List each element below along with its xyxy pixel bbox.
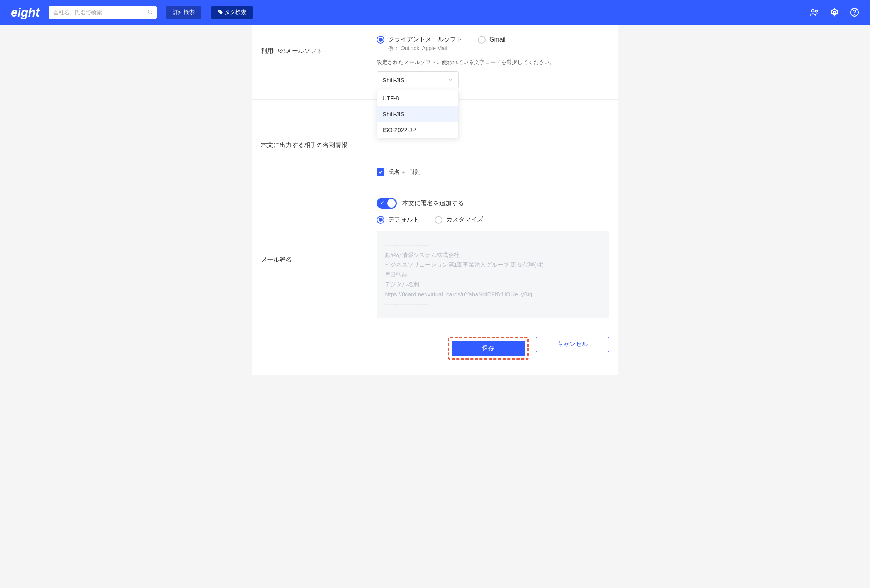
search-box[interactable] bbox=[49, 6, 157, 19]
save-button[interactable]: 保存 bbox=[452, 341, 525, 356]
encoding-option-utf8[interactable]: UTF-8 bbox=[377, 90, 458, 106]
svg-point-5 bbox=[833, 11, 836, 14]
logo: eight bbox=[11, 5, 39, 20]
radio-client-mail[interactable]: クライアントメールソフト bbox=[377, 35, 462, 44]
signature-preview: ----------------------- あやめ情報システム株式会社 ビジ… bbox=[377, 231, 609, 318]
header-icons bbox=[809, 7, 859, 17]
radio-gmail-label: Gmail bbox=[489, 36, 506, 43]
signature-label: メール署名 bbox=[261, 198, 377, 318]
header-bar: eight 詳細検索 タグ検索 bbox=[0, 0, 870, 25]
radio-gmail[interactable]: Gmail bbox=[478, 36, 506, 44]
encoding-option-shiftjis[interactable]: Shift-JIS bbox=[377, 106, 458, 122]
svg-point-4 bbox=[815, 10, 817, 12]
signature-toggle[interactable] bbox=[377, 198, 397, 209]
svg-line-1 bbox=[151, 12, 152, 14]
tag-search-button[interactable]: タグ検索 bbox=[211, 6, 253, 19]
card-info-label: 本文に出力する相手の名刺情報 bbox=[261, 110, 377, 176]
tag-search-label: タグ検索 bbox=[225, 9, 246, 16]
encoding-dropdown: UTF-8 Shift-JIS ISO-2022-JP bbox=[377, 90, 459, 138]
radio-signature-default[interactable]: デフォルト bbox=[377, 216, 419, 224]
settings-card: 利用中のメールソフト クライアントメールソフト Gmail 例： Outlook… bbox=[252, 25, 618, 375]
signature-toggle-label: 本文に署名を追加する bbox=[402, 199, 464, 208]
mail-client-label: 利用中のメールソフト bbox=[261, 35, 377, 88]
chevron-down-icon bbox=[443, 72, 453, 88]
encoding-select[interactable]: Shift-JIS bbox=[377, 71, 459, 88]
tag-icon bbox=[218, 9, 223, 16]
checkbox-checked-icon bbox=[377, 168, 384, 176]
gear-icon[interactable] bbox=[830, 8, 839, 17]
encoding-selected-value: Shift-JIS bbox=[383, 77, 405, 83]
mail-client-hint: 例： Outlook, Apple Mail bbox=[388, 45, 609, 52]
radio-signature-custom[interactable]: カスタマイズ bbox=[435, 216, 483, 224]
footer-buttons: 保存 キャンセル bbox=[252, 329, 618, 360]
name-suffix-checkbox-line[interactable]: 氏名 + 「様」 bbox=[377, 168, 609, 176]
radio-signature-custom-label: カスタマイズ bbox=[446, 216, 483, 224]
signature-row: メール署名 本文に署名を追加する デフォルト カスタマイズ ----------… bbox=[252, 187, 618, 329]
encoding-hint: 設定されたメールソフトに使われている文字コードを選択してください。 bbox=[377, 59, 609, 66]
name-suffix-label: 氏名 + 「様」 bbox=[388, 169, 424, 176]
svg-point-0 bbox=[148, 10, 151, 13]
advanced-search-button[interactable]: 詳細検索 bbox=[166, 6, 201, 19]
radio-client-mail-label: クライアントメールソフト bbox=[388, 35, 462, 44]
cancel-button[interactable]: キャンセル bbox=[536, 337, 609, 352]
encoding-option-iso2022jp[interactable]: ISO-2022-JP bbox=[377, 122, 458, 138]
svg-point-7 bbox=[855, 15, 855, 15]
svg-point-3 bbox=[812, 9, 814, 12]
svg-point-2 bbox=[219, 10, 220, 11]
save-highlight: 保存 bbox=[448, 337, 529, 360]
search-icon bbox=[147, 9, 153, 16]
search-input[interactable] bbox=[53, 9, 147, 15]
help-icon[interactable] bbox=[850, 8, 859, 17]
radio-signature-default-label: デフォルト bbox=[388, 216, 419, 224]
people-icon[interactable] bbox=[809, 7, 819, 17]
mail-client-row: 利用中のメールソフト クライアントメールソフト Gmail 例： Outlook… bbox=[252, 25, 618, 100]
